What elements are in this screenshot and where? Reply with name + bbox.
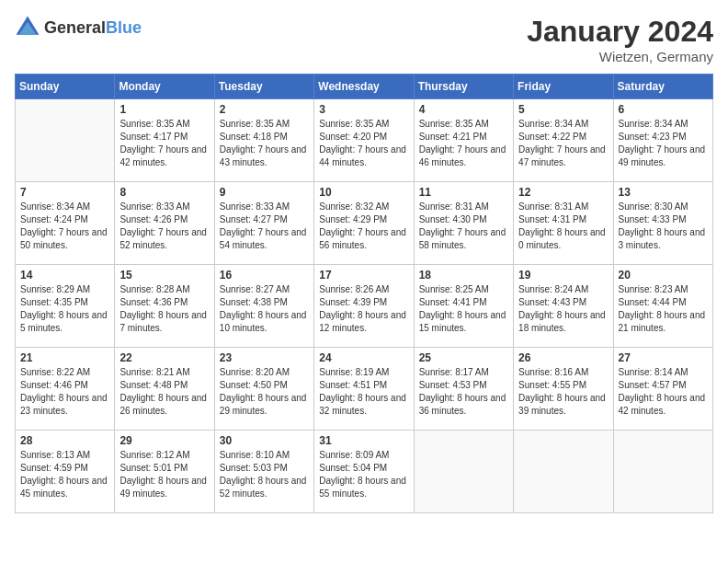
calendar-cell: 4Sunrise: 8:35 AMSunset: 4:21 PMDaylight… xyxy=(414,99,513,182)
day-info: Sunrise: 8:10 AMSunset: 5:03 PMDaylight:… xyxy=(220,449,309,500)
day-info: Sunrise: 8:33 AMSunset: 4:26 PMDaylight:… xyxy=(119,201,209,252)
day-info: Sunrise: 8:14 AMSunset: 4:57 PMDaylight:… xyxy=(619,366,708,418)
day-info: Sunrise: 8:32 AMSunset: 4:29 PMDaylight:… xyxy=(319,201,408,252)
calendar-cell: 20Sunrise: 8:23 AMSunset: 4:44 PMDayligh… xyxy=(613,265,712,348)
day-number: 17 xyxy=(319,269,408,282)
calendar-cell: 25Sunrise: 8:17 AMSunset: 4:53 PMDayligh… xyxy=(414,348,513,431)
day-info: Sunrise: 8:34 AMSunset: 4:22 PMDaylight:… xyxy=(518,118,608,169)
calendar-cell: 17Sunrise: 8:26 AMSunset: 4:39 PMDayligh… xyxy=(314,265,414,348)
day-info: Sunrise: 8:31 AMSunset: 4:30 PMDaylight:… xyxy=(419,201,508,252)
day-info: Sunrise: 8:29 AMSunset: 4:35 PMDaylight:… xyxy=(20,283,109,335)
day-number: 11 xyxy=(419,186,508,199)
page-header: GeneralBlue January 2024 Wietzen, German… xyxy=(15,15,713,64)
month-year: January 2024 xyxy=(527,15,713,49)
logo-blue: Blue xyxy=(106,18,142,37)
day-header-saturday: Saturday xyxy=(613,75,712,99)
day-header-monday: Monday xyxy=(115,75,214,99)
day-info: Sunrise: 8:24 AMSunset: 4:43 PMDaylight:… xyxy=(518,283,608,335)
calendar-cell: 3Sunrise: 8:35 AMSunset: 4:20 PMDaylight… xyxy=(314,99,414,182)
calendar-cell: 7Sunrise: 8:34 AMSunset: 4:24 PMDaylight… xyxy=(16,182,115,265)
calendar-cell: 13Sunrise: 8:30 AMSunset: 4:33 PMDayligh… xyxy=(613,182,712,265)
day-number: 25 xyxy=(419,351,508,364)
calendar-cell: 2Sunrise: 8:35 AMSunset: 4:18 PMDaylight… xyxy=(214,99,313,182)
day-info: Sunrise: 8:35 AMSunset: 4:21 PMDaylight:… xyxy=(419,118,508,169)
week-row-3: 14Sunrise: 8:29 AMSunset: 4:35 PMDayligh… xyxy=(16,265,713,348)
day-info: Sunrise: 8:34 AMSunset: 4:24 PMDaylight:… xyxy=(20,201,109,252)
day-number: 22 xyxy=(119,351,209,364)
calendar-cell: 31Sunrise: 8:09 AMSunset: 5:04 PMDayligh… xyxy=(314,431,414,513)
header-row: SundayMondayTuesdayWednesdayThursdayFrid… xyxy=(16,75,713,99)
day-number: 5 xyxy=(518,103,608,116)
day-info: Sunrise: 8:23 AMSunset: 4:44 PMDaylight:… xyxy=(619,283,708,335)
day-info: Sunrise: 8:35 AMSunset: 4:17 PMDaylight:… xyxy=(119,118,209,169)
day-info: Sunrise: 8:31 AMSunset: 4:31 PMDaylight:… xyxy=(518,201,608,252)
day-info: Sunrise: 8:27 AMSunset: 4:38 PMDaylight:… xyxy=(220,283,309,335)
calendar-cell: 1Sunrise: 8:35 AMSunset: 4:17 PMDaylight… xyxy=(115,99,214,182)
calendar-cell: 24Sunrise: 8:19 AMSunset: 4:51 PMDayligh… xyxy=(314,348,414,431)
location: Wietzen, Germany xyxy=(527,49,713,64)
calendar-cell: 11Sunrise: 8:31 AMSunset: 4:30 PMDayligh… xyxy=(414,182,513,265)
day-header-thursday: Thursday xyxy=(414,75,513,99)
day-number: 13 xyxy=(619,186,708,199)
calendar-cell: 21Sunrise: 8:22 AMSunset: 4:46 PMDayligh… xyxy=(16,348,115,431)
day-number: 9 xyxy=(220,186,309,199)
day-info: Sunrise: 8:33 AMSunset: 4:27 PMDaylight:… xyxy=(220,201,309,252)
day-info: Sunrise: 8:35 AMSunset: 4:20 PMDaylight:… xyxy=(319,118,408,169)
calendar-cell: 28Sunrise: 8:13 AMSunset: 4:59 PMDayligh… xyxy=(16,431,115,513)
calendar-cell: 22Sunrise: 8:21 AMSunset: 4:48 PMDayligh… xyxy=(115,348,214,431)
logo-text: GeneralBlue xyxy=(44,18,142,38)
day-number: 2 xyxy=(220,103,309,116)
logo: GeneralBlue xyxy=(15,15,142,40)
day-info: Sunrise: 8:28 AMSunset: 4:36 PMDaylight:… xyxy=(119,283,209,335)
day-number: 29 xyxy=(119,434,209,447)
day-number: 23 xyxy=(220,351,309,364)
day-number: 8 xyxy=(119,186,209,199)
calendar-cell: 5Sunrise: 8:34 AMSunset: 4:22 PMDaylight… xyxy=(514,99,613,182)
day-info: Sunrise: 8:26 AMSunset: 4:39 PMDaylight:… xyxy=(319,283,408,335)
day-number: 21 xyxy=(20,351,109,364)
day-header-tuesday: Tuesday xyxy=(214,75,313,99)
calendar-cell: 10Sunrise: 8:32 AMSunset: 4:29 PMDayligh… xyxy=(314,182,414,265)
day-number: 19 xyxy=(518,269,608,282)
day-number: 4 xyxy=(419,103,508,116)
day-info: Sunrise: 8:35 AMSunset: 4:18 PMDaylight:… xyxy=(220,118,309,169)
calendar-cell: 30Sunrise: 8:10 AMSunset: 5:03 PMDayligh… xyxy=(214,431,313,513)
calendar-cell: 19Sunrise: 8:24 AMSunset: 4:43 PMDayligh… xyxy=(514,265,613,348)
calendar-cell: 27Sunrise: 8:14 AMSunset: 4:57 PMDayligh… xyxy=(613,348,712,431)
day-number: 24 xyxy=(319,351,408,364)
logo-general: General xyxy=(44,18,106,37)
logo-icon xyxy=(15,15,40,40)
day-header-friday: Friday xyxy=(514,75,613,99)
day-header-wednesday: Wednesday xyxy=(314,75,414,99)
day-number: 12 xyxy=(518,186,608,199)
day-number: 6 xyxy=(619,103,708,116)
week-row-4: 21Sunrise: 8:22 AMSunset: 4:46 PMDayligh… xyxy=(16,348,713,431)
calendar-cell: 29Sunrise: 8:12 AMSunset: 5:01 PMDayligh… xyxy=(115,431,214,513)
day-number: 14 xyxy=(20,269,109,282)
day-number: 20 xyxy=(619,269,708,282)
day-info: Sunrise: 8:16 AMSunset: 4:55 PMDaylight:… xyxy=(518,366,608,418)
calendar-cell xyxy=(613,431,712,513)
calendar-cell: 9Sunrise: 8:33 AMSunset: 4:27 PMDaylight… xyxy=(214,182,313,265)
day-info: Sunrise: 8:34 AMSunset: 4:23 PMDaylight:… xyxy=(619,118,708,169)
day-info: Sunrise: 8:21 AMSunset: 4:48 PMDaylight:… xyxy=(119,366,209,418)
calendar-cell: 18Sunrise: 8:25 AMSunset: 4:41 PMDayligh… xyxy=(414,265,513,348)
calendar-cell: 16Sunrise: 8:27 AMSunset: 4:38 PMDayligh… xyxy=(214,265,313,348)
calendar-cell: 8Sunrise: 8:33 AMSunset: 4:26 PMDaylight… xyxy=(115,182,214,265)
calendar-cell xyxy=(514,431,613,513)
week-row-2: 7Sunrise: 8:34 AMSunset: 4:24 PMDaylight… xyxy=(16,182,713,265)
day-number: 16 xyxy=(220,269,309,282)
day-number: 27 xyxy=(619,351,708,364)
day-number: 28 xyxy=(20,434,109,447)
day-number: 10 xyxy=(319,186,408,199)
calendar-cell: 12Sunrise: 8:31 AMSunset: 4:31 PMDayligh… xyxy=(514,182,613,265)
title-block: January 2024 Wietzen, Germany xyxy=(527,15,713,64)
calendar-table: SundayMondayTuesdayWednesdayThursdayFrid… xyxy=(15,74,713,513)
calendar-cell: 14Sunrise: 8:29 AMSunset: 4:35 PMDayligh… xyxy=(16,265,115,348)
day-info: Sunrise: 8:20 AMSunset: 4:50 PMDaylight:… xyxy=(220,366,309,418)
day-number: 7 xyxy=(20,186,109,199)
day-info: Sunrise: 8:13 AMSunset: 4:59 PMDaylight:… xyxy=(20,449,109,500)
calendar-cell xyxy=(16,99,115,182)
day-number: 26 xyxy=(518,351,608,364)
calendar-cell xyxy=(414,431,513,513)
